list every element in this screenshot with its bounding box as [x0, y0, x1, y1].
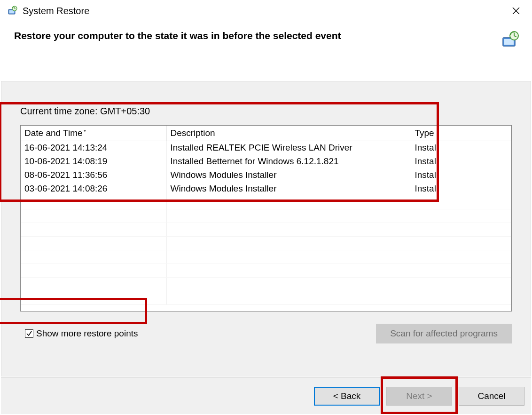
table-row-empty	[21, 223, 511, 236]
table-row-empty	[21, 236, 511, 250]
cell-type: Install	[411, 141, 511, 154]
table-row-empty	[21, 209, 511, 223]
cell-description: Windows Modules Installer	[166, 182, 411, 195]
scan-affected-button[interactable]: Scan for affected programs	[376, 324, 512, 343]
restore-points-table-wrap: Date and Time▾ Description Type 16-06-20…	[20, 125, 512, 311]
system-restore-icon	[7, 5, 18, 16]
table-header-row: Date and Time▾ Description Type	[21, 126, 511, 141]
window-title: System Restore	[23, 6, 507, 16]
col-datetime-label: Date and Time	[24, 128, 83, 138]
header-row: Restore your computer to the state it wa…	[0, 20, 532, 50]
cell-type: Install	[411, 182, 511, 195]
wizard-button-bar: < Back Next > Cancel	[1, 377, 531, 414]
show-more-checkbox-label: Show more restore points	[36, 328, 138, 339]
show-more-checkbox[interactable]	[25, 329, 33, 338]
cell-datetime: 10-06-2021 14:08:19	[21, 154, 166, 168]
cell-description: Installed Betternet for Windows 6.12.1.8…	[166, 154, 411, 168]
content-area: Current time zone: GMT+05:30 Date and Ti…	[1, 81, 531, 376]
col-datetime[interactable]: Date and Time▾	[21, 126, 166, 141]
back-button[interactable]: < Back	[314, 387, 380, 406]
titlebar: System Restore	[0, 0, 532, 20]
table-row[interactable]: 16-06-2021 14:13:24Installed REALTEK PCI…	[21, 141, 511, 154]
table-row-empty	[21, 291, 511, 304]
cell-datetime: 08-06-2021 11:36:56	[21, 168, 166, 182]
cell-datetime: 03-06-2021 14:08:26	[21, 182, 166, 195]
table-row-empty	[21, 263, 511, 277]
table-row[interactable]: 03-06-2021 14:08:26Windows Modules Insta…	[21, 182, 511, 195]
restore-points-table[interactable]: Date and Time▾ Description Type 16-06-20…	[21, 126, 511, 305]
cancel-button[interactable]: Cancel	[459, 387, 524, 406]
table-row-empty	[21, 250, 511, 263]
next-button[interactable]: Next >	[386, 387, 452, 406]
table-row-empty	[21, 195, 511, 209]
cell-datetime: 16-06-2021 14:13:24	[21, 141, 166, 154]
cell-type: Install	[411, 154, 511, 168]
system-restore-window: System Restore Restore your computer to …	[0, 0, 532, 415]
timezone-label: Current time zone: GMT+05:30	[20, 106, 512, 117]
table-row[interactable]: 08-06-2021 11:36:56Windows Modules Insta…	[21, 168, 511, 182]
col-type[interactable]: Type	[411, 126, 511, 141]
table-row-empty	[21, 277, 511, 291]
col-description[interactable]: Description	[166, 126, 411, 141]
table-row[interactable]: 10-06-2021 14:08:19Installed Betternet f…	[21, 154, 511, 168]
close-button[interactable]	[507, 4, 525, 18]
cell-description: Installed REALTEK PCIE Wireless LAN Driv…	[166, 141, 411, 154]
bottom-row: Show more restore points Scan for affect…	[20, 323, 512, 344]
restore-large-icon	[500, 30, 520, 50]
cell-type: Install	[411, 168, 511, 182]
cell-description: Windows Modules Installer	[166, 168, 411, 182]
show-more-checkbox-wrap[interactable]: Show more restore points	[20, 323, 147, 344]
sort-desc-icon: ▾	[84, 128, 86, 133]
page-heading: Restore your computer to the state it wa…	[14, 30, 500, 41]
